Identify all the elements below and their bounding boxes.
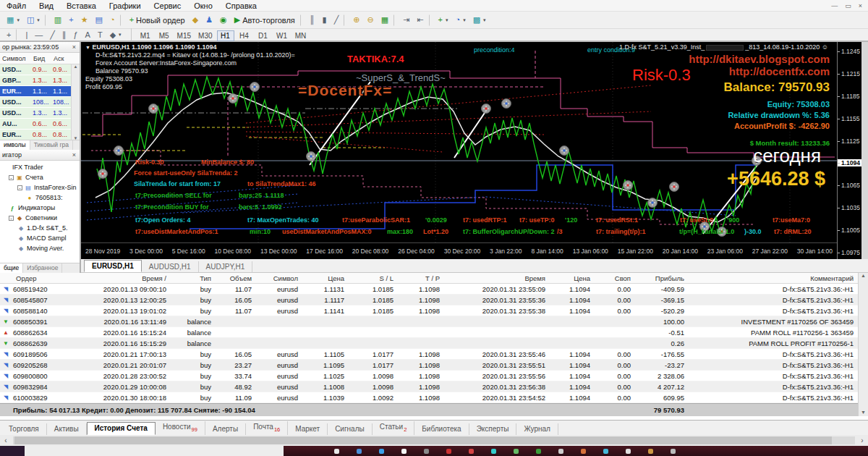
navigator-tab[interactable]: бщие [0,263,23,273]
crosshair-icon[interactable]: + [3,30,14,41]
candlestick-icon[interactable]: ▮ [319,13,331,28]
new-chart-icon[interactable]: ▦ [3,13,23,28]
separator[interactable] [120,14,124,26]
scroll-down-icon[interactable]: ▼ [859,410,868,415]
symbol-row[interactable]: EUR...0.8...0.8... [0,130,72,140]
tree-expander[interactable]: - [9,175,14,180]
menu-item[interactable]: Сервис [148,1,188,10]
bar-chart-icon[interactable]: ║ [306,13,319,28]
taskbar-icon[interactable] [514,449,519,454]
taskbar-icon[interactable] [648,449,653,454]
table-row[interactable]: 6098329842020.01.29 10:00:08buy48.92euru… [0,381,858,392]
taskbar-icon[interactable] [446,449,451,454]
scroll-up-icon[interactable]: ▲ [861,273,866,278]
restore-icon[interactable]: ▭ [845,2,851,9]
community-icon[interactable]: ◉ [216,13,231,28]
trendline-icon[interactable]: ╱ [46,30,59,41]
taskbar-icon[interactable] [581,449,586,454]
table-row[interactable]: 6088503912020.01.16 13:11:49balance100.0… [0,316,858,327]
chart-tab[interactable]: EURUSD,H1 [84,260,142,272]
chart-tab[interactable]: AUDUSD,H1 [142,261,199,272]
terminal-tab[interactable]: Алерты [205,423,246,435]
terminal-icon[interactable]: ▤ [92,13,106,28]
taskbar-icon[interactable] [536,449,541,454]
navigator-tab[interactable]: Избранное [23,263,62,273]
taskbar-icon[interactable] [626,449,631,454]
table-row[interactable]: 6100038292020.01.30 18:00:18buy11.09euru… [0,392,858,403]
terminal-tab[interactable]: Журнал [516,423,558,435]
table-row[interactable]: 6085881402020.01.13 19:01:02buy11.07euru… [0,305,858,316]
symbol-row[interactable]: GBP...1.3...1.3... [0,75,72,86]
timeframe-button[interactable]: M30 [195,30,215,41]
separator[interactable] [300,14,305,26]
terminal-tab[interactable]: Новости99 [156,421,205,435]
strategy-tester-icon[interactable]: ◔ [106,13,119,28]
close-icon[interactable]: × [859,2,862,9]
horizontal-line-icon[interactable]: — [31,30,46,41]
tree-item[interactable]: 7605813: [0,193,80,203]
terminal-tab[interactable]: История Счета [87,422,156,435]
symbol-row[interactable]: EUR...1.1...1.1... [0,86,72,97]
periods-icon[interactable]: ◔ [452,13,469,28]
taskbar-icon[interactable] [334,449,339,454]
timeframe-button[interactable]: M1 [137,30,154,41]
scroll-left-icon[interactable]: ‹ [0,436,12,444]
taskbar-icon[interactable] [558,449,563,454]
tree-expander[interactable]: - [17,185,22,190]
tree-item[interactable]: 1.D-fx S&T_5. [0,223,80,233]
close-icon[interactable]: × [71,151,77,159]
symbol-dropdown-icon[interactable]: ▼ [85,45,90,50]
tile-windows-icon[interactable]: ▦ [378,13,392,28]
timeframe-button[interactable]: MN [292,30,310,41]
timeframe-button[interactable]: H1 [217,30,234,41]
terminal-tab[interactable]: Активы [47,423,87,435]
taskbar-icon[interactable] [379,449,384,454]
minimize-icon[interactable]: — [831,2,838,9]
table-row[interactable]: 6092052682020.01.21 20:01:07buy23.27euru… [0,360,858,371]
table-row[interactable]: 6098008002020.01.28 23:00:52buy33.74euru… [0,371,858,381]
taskbar-icon[interactable] [603,449,608,454]
time-axis[interactable]: 28 Nov 20193 Dec 00:005 Dec 16:0010 Dec … [81,242,837,259]
auto-scroll-icon[interactable]: ⇥ [399,13,413,28]
chart-tab[interactable]: AUDJPY,H1 [199,261,253,272]
tree-item[interactable]: -Советники [0,213,80,223]
table-row[interactable]: 6085458072020.01.13 12:00:25buy16.05euru… [0,295,858,305]
profiles-icon[interactable]: ◫ [23,13,43,28]
taskbar-icon[interactable] [401,449,407,454]
taskbar-icon[interactable] [357,449,362,454]
timeframe-button[interactable]: M15 [174,30,194,41]
separator[interactable] [344,14,348,26]
vertical-line-icon[interactable]: | [22,30,31,41]
fibonacci-icon[interactable]: ƒ [69,30,81,41]
tree-item[interactable]: IFX Trader [0,162,80,172]
scrollbar-thumb[interactable] [14,436,832,444]
horizontal-scrollbar[interactable]: ‹ › [0,435,868,446]
table-scrollbar[interactable]: ▲ ▼ [858,273,868,416]
terminal-tab[interactable]: Статьи2 [373,421,415,435]
taskbar-icon[interactable] [469,449,474,454]
templates-icon[interactable]: ▩ [469,13,490,28]
arrows-icon[interactable]: ◆ [106,30,125,41]
menu-item[interactable]: Графики [103,1,148,10]
navigator-icon[interactable]: ★ [77,13,92,28]
indicators-icon[interactable]: + [435,13,452,28]
scroll-up-icon[interactable]: ▲ [74,64,78,69]
tree-item[interactable]: -Счета [0,172,80,182]
table-row[interactable]: 6088626392020.01.16 15:15:29balance0.26P… [0,338,858,349]
timeframe-button[interactable]: D1 [255,30,272,41]
tree-item[interactable]: -InstaForex-Sin [0,182,80,193]
separator[interactable] [16,29,20,41]
close-icon[interactable]: × [71,43,77,51]
new-order-button[interactable]: +Новый ордер [126,13,189,28]
timeframe-button[interactable]: M5 [156,30,173,41]
terminal-tab[interactable]: Торговля [1,423,47,435]
tree-item[interactable]: Индикаторы [0,203,80,213]
market-watch-icon[interactable]: ▥ [51,13,65,28]
price-axis[interactable]: 1.12451.12151.11851.11551.11251.10941.10… [837,42,861,259]
tree-item[interactable]: Moving Aver. [0,243,80,253]
symbol-row[interactable]: USD...0.9...0.9... [0,64,72,75]
symbol-row[interactable]: AU...0.6...0.6... [0,119,72,130]
taskbar-icon[interactable] [491,449,496,454]
terminal-tab[interactable]: Сигналы [328,423,373,435]
auto-trading-button[interactable]: ▶Авто-торговля [231,13,299,28]
